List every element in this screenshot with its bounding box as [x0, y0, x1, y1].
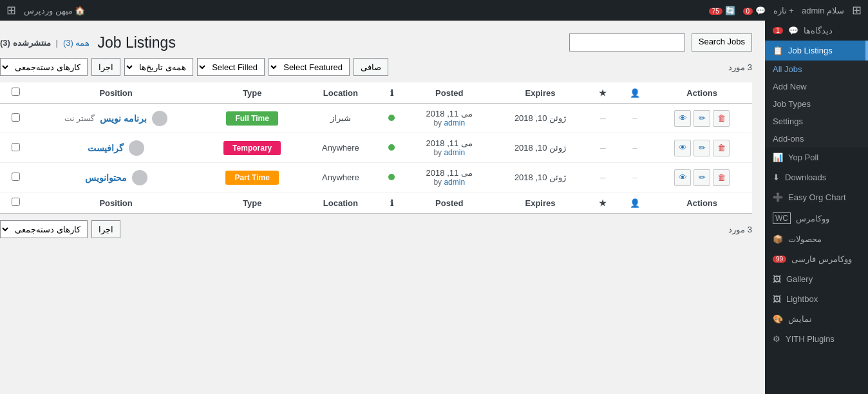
- row-checkbox-0[interactable]: [12, 113, 20, 122]
- edit-button-1[interactable]: ✏: [693, 140, 710, 156]
- view-button-2[interactable]: 👁: [674, 169, 691, 186]
- foot-col-position: Position: [31, 192, 200, 214]
- foot-select-all-checkbox[interactable]: [12, 198, 20, 206]
- row-checkbox-2[interactable]: [12, 173, 20, 181]
- appearance-label: نمایش: [788, 314, 812, 324]
- sidebar-item-comments[interactable]: دیدگاه‌ها 💬 1: [765, 21, 868, 41]
- view-button-0[interactable]: 👁: [674, 110, 691, 127]
- select-all-checkbox[interactable]: [12, 88, 20, 96]
- sidebar-item-products[interactable]: محصولات 📦: [765, 229, 868, 249]
- job-title-1[interactable]: گرافیست: [88, 143, 124, 153]
- filters-row: 3 مورد صافی Select Featured Select Fille…: [0, 58, 752, 76]
- posted-by-link-0[interactable]: admin: [444, 118, 465, 127]
- sidebar-item-wc-persian[interactable]: ووکامرس فارسی 99: [765, 249, 868, 269]
- search-jobs-button[interactable]: Search Jobs: [692, 33, 752, 52]
- cell-position-0: برنامه نویس گستر نت: [31, 104, 200, 133]
- sidebar-item-label: Job Listings: [788, 46, 833, 55]
- sidebar-item-easy-org-chart[interactable]: Easy Org Chart ➕: [765, 187, 868, 207]
- updates-icon[interactable]: 🔄 75: [709, 6, 735, 15]
- status-dot-2: [388, 174, 395, 180]
- view-button-1[interactable]: 👁: [674, 140, 691, 156]
- type-badge-2: Part Time: [225, 171, 278, 185]
- search-input[interactable]: [569, 33, 685, 52]
- comments-icon[interactable]: 💬 0: [743, 6, 766, 15]
- appearance-icon: 🎨: [773, 314, 783, 324]
- cell-posted-1: می 11, 2018 by admin: [406, 133, 493, 163]
- wp-icon[interactable]: ⊞: [6, 3, 16, 17]
- job-title-2[interactable]: محتوانویس: [85, 173, 127, 183]
- yith-icon: ⚙: [773, 334, 780, 344]
- sidebar: دیدگاه‌ها 💬 1 Job Listings 📋 All Jobs Ad…: [765, 21, 868, 394]
- add-ons-label: Add-ons: [773, 134, 804, 144]
- cell-checkbox-2[interactable]: [0, 163, 31, 192]
- site-name[interactable]: سلام admin: [802, 6, 844, 15]
- edit-button-0[interactable]: ✏: [693, 110, 710, 127]
- cell-actions-2: 🗑 ✏ 👁: [652, 163, 752, 192]
- foot-col-info: ℹ: [377, 192, 406, 214]
- posted-by-link-2[interactable]: admin: [444, 178, 465, 187]
- edit-button-2[interactable]: ✏: [693, 169, 710, 186]
- foot-col-expires: Expires: [493, 192, 587, 214]
- sidebar-item-appearance[interactable]: نمایش 🎨: [765, 309, 868, 329]
- sidebar-item-lightbox[interactable]: Lightbox 🖼: [765, 289, 868, 309]
- header-tabs: همه (3) | منتشرشده (3): [0, 38, 90, 48]
- avatar-0: [152, 111, 167, 126]
- featured-filter-select[interactable]: Select Featured: [269, 58, 350, 76]
- sidebar-sub-job-types[interactable]: Job Types: [765, 95, 868, 113]
- bottom-apply-button[interactable]: اجرا: [91, 220, 120, 238]
- new-item[interactable]: + تازه: [773, 6, 794, 15]
- admin-bar: ⊞ سلام admin + تازه 💬 0 🔄 75 🏠 میهن وردپ…: [0, 0, 868, 21]
- wp-logo-icon[interactable]: ⊞: [852, 3, 862, 17]
- settings-label: Settings: [773, 117, 803, 126]
- bulk-apply-button[interactable]: اجرا: [91, 58, 120, 76]
- tab-all[interactable]: همه (3): [63, 38, 90, 48]
- products-icon: 📦: [773, 234, 783, 244]
- sidebar-sub-add-ons[interactable]: Add-ons: [765, 130, 868, 147]
- foot-col-checkbox[interactable]: [0, 192, 31, 214]
- filled-filter-select[interactable]: Select Filled: [197, 58, 265, 76]
- cell-position-1: گرافیست: [31, 133, 200, 163]
- sidebar-item-gallery[interactable]: Gallery 🖼: [765, 269, 868, 289]
- table-footer-row: Actions 👤 ★ Expires Posted ℹ Location Ty…: [0, 192, 752, 214]
- tab-published[interactable]: منتشرشده (3): [0, 38, 51, 48]
- col-position[interactable]: Position: [31, 82, 200, 104]
- col-posted[interactable]: Posted: [406, 82, 493, 104]
- job-title-0[interactable]: برنامه نویس: [100, 113, 147, 124]
- col-expires[interactable]: Expires: [493, 82, 587, 104]
- chart-icon: 📊: [773, 153, 783, 162]
- sidebar-sub-settings[interactable]: Settings: [765, 113, 868, 130]
- trash-button-2[interactable]: 🗑: [713, 169, 730, 186]
- home-icon[interactable]: 🏠 میهن وردپرس: [24, 6, 85, 15]
- sidebar-item-woocommerce[interactable]: ووکامرس WC: [765, 207, 868, 229]
- admin-bar-left: ⊞ سلام admin + تازه 💬 0 🔄 75: [709, 3, 862, 17]
- cell-type-1: Temporary: [201, 133, 304, 163]
- sidebar-item-yith[interactable]: YITH Plugins ⚙: [765, 329, 868, 349]
- col-location[interactable]: Location: [304, 82, 377, 104]
- trash-button-1[interactable]: 🗑: [713, 140, 730, 156]
- sidebar-item-yop-poll[interactable]: Yop Poll 📊: [765, 147, 868, 167]
- bulk-action-select[interactable]: کارهای دسته‌جمعی: [0, 58, 88, 76]
- bottom-bulk-select[interactable]: کارهای دسته‌جمعی: [0, 220, 88, 238]
- apply-filter-button[interactable]: صافی: [354, 58, 388, 76]
- sidebar-sub-add-new[interactable]: Add New: [765, 78, 868, 95]
- foot-col-star: ★: [588, 192, 618, 214]
- col-type: Type: [201, 82, 304, 104]
- sidebar-item-downloads[interactable]: Downloads ⬇: [765, 167, 868, 187]
- cell-star-2: –: [588, 163, 618, 192]
- sidebar-sub-all-jobs[interactable]: All Jobs: [765, 61, 868, 78]
- col-actions: Actions: [652, 82, 752, 104]
- cell-checkbox-1[interactable]: [0, 133, 31, 163]
- row-checkbox-1[interactable]: [12, 143, 20, 151]
- date-filter-select[interactable]: همه‌ی تاریخ‌ها: [124, 58, 193, 76]
- bottom-count: 3 مورد: [728, 225, 752, 234]
- avatar-1: [129, 140, 144, 156]
- sidebar-item-job-listings[interactable]: Job Listings 📋: [765, 41, 868, 61]
- col-checkbox[interactable]: [0, 82, 31, 104]
- cell-checkbox-0[interactable]: [0, 104, 31, 133]
- all-jobs-label: All Jobs: [773, 64, 802, 74]
- cell-posted-2: می 11, 2018 by admin: [406, 163, 493, 192]
- posted-by-link-1[interactable]: admin: [444, 148, 465, 157]
- trash-button-0[interactable]: 🗑: [713, 110, 730, 127]
- main-content: Search Jobs Job Listings همه (3) | منتشر…: [0, 21, 765, 394]
- download-icon: ⬇: [773, 173, 780, 182]
